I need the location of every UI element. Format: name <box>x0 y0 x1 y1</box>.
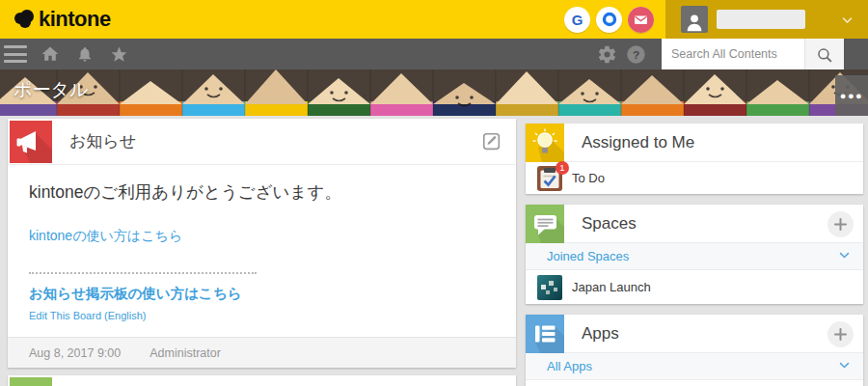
announcement-body: kintoneのご利用ありがとうございます。 kintoneの使い方はこちら お… <box>8 165 516 337</box>
joined-spaces-link[interactable]: Joined Spaces <box>547 249 629 263</box>
lightbulb-icon <box>526 124 564 162</box>
announcement-header: お知らせ <box>8 119 516 165</box>
google-service-icon[interactable]: G <box>564 7 590 33</box>
announcement-updated-at: Aug 8, 2017 9:00 <box>29 346 121 360</box>
portal-options-menu[interactable]: ●●● <box>835 75 868 116</box>
mail-glyph <box>628 7 654 33</box>
portal-content: お知らせ kintoneのご利用ありがとうございます。 kintoneの使い方は… <box>0 116 868 386</box>
spaces-section: Spaces Joined Spaces Japan Launch <box>526 205 863 304</box>
left-column: お知らせ kintoneのご利用ありがとうございます。 kintoneの使い方は… <box>8 119 516 386</box>
kintone-usage-link[interactable]: kintoneの使い方はこちら <box>29 228 182 245</box>
assigned-to-me-header: Assigned to Me <box>526 124 863 162</box>
account-menu[interactable] <box>665 0 868 39</box>
joined-spaces-chevron-down-icon[interactable] <box>837 247 852 265</box>
edit-announcement-button[interactable] <box>481 131 502 156</box>
pencil-photo-art <box>0 69 868 116</box>
user-avatar <box>681 6 708 33</box>
portal-title: ポータル <box>14 77 88 102</box>
todo-item-row[interactable]: 1 To Do <box>526 162 863 194</box>
announcement-updated-by: Administrator <box>149 346 221 360</box>
space-item-row[interactable]: Japan Launch <box>526 270 863 304</box>
assigned-to-me-section: Assigned to Me 1 To Do <box>526 124 863 194</box>
todo-label: To Do <box>572 171 605 185</box>
todo-app-icon: 1 <box>537 166 562 191</box>
ring-service-icon[interactable] <box>596 7 622 33</box>
google-g-glyph: G <box>572 12 583 28</box>
announcement-megaphone-icon <box>10 121 52 163</box>
all-apps-filter[interactable]: All Apps <box>526 353 863 380</box>
connected-services: G <box>564 7 654 33</box>
user-name-redacted <box>717 10 805 29</box>
search-input[interactable] <box>662 39 804 69</box>
mail-service-icon[interactable] <box>628 7 654 33</box>
logo-text: kintone <box>39 7 111 32</box>
all-apps-chevron-down-icon[interactable] <box>837 357 852 375</box>
apps-header: Apps <box>526 315 863 353</box>
bell-icon[interactable] <box>76 45 94 63</box>
chat-bubble-icon <box>526 205 564 243</box>
assigned-to-me-title: Assigned to Me <box>582 133 694 152</box>
spaces-header: Spaces <box>526 205 863 243</box>
toolbar-right: ? <box>597 39 868 69</box>
top-bar: kintone G <box>0 0 868 39</box>
all-apps-link[interactable]: All Apps <box>547 359 592 373</box>
toolbar-left-icons <box>41 44 128 64</box>
kintone-logo[interactable]: kintone <box>0 7 111 32</box>
kintone-logo-icon <box>13 9 36 30</box>
announcement-meta: Aug 8, 2017 9:00 Administrator <box>8 337 516 368</box>
toolbar: ? <box>0 39 868 69</box>
help-icon[interactable]: ? <box>626 44 646 65</box>
notifications-header: Notifications <box>8 375 516 386</box>
todo-badge-count: 1 <box>556 161 569 175</box>
svg-text:?: ? <box>633 47 639 61</box>
notifications-bell-icon <box>10 377 52 386</box>
japan-launch-space-icon <box>537 275 562 300</box>
announcement-panel: お知らせ kintoneのご利用ありがとうございます。 kintoneの使い方は… <box>8 119 516 368</box>
board-usage-link[interactable]: お知らせ掲示板の使い方はこちら <box>29 285 242 303</box>
edit-board-english-link[interactable]: Edit This Board (English) <box>29 310 146 321</box>
apps-title: Apps <box>582 324 619 344</box>
hamburger-menu-icon[interactable] <box>4 45 27 63</box>
search-box <box>662 39 844 69</box>
search-button[interactable] <box>804 39 844 69</box>
space-item-label: Japan Launch <box>572 280 651 294</box>
app-item-row[interactable] <box>526 380 863 386</box>
add-space-button[interactable] <box>827 211 854 237</box>
blue-ring-glyph <box>601 11 618 28</box>
home-icon[interactable] <box>41 44 60 64</box>
spaces-title: Spaces <box>582 214 637 234</box>
account-chevron-down-icon <box>840 13 854 27</box>
right-column: Assigned to Me 1 To Do Spaces <box>526 124 863 386</box>
notifications-panel: Notifications <box>8 375 516 386</box>
portal-cover-banner: ポータル ●●● <box>0 69 868 116</box>
dashed-divider <box>29 272 257 274</box>
announcement-title: お知らせ <box>69 130 136 152</box>
add-app-button[interactable] <box>827 321 854 347</box>
announcement-greeting: kintoneのご利用ありがとうございます。 <box>29 180 497 204</box>
gear-icon[interactable] <box>597 44 617 65</box>
app-list-icon <box>526 315 564 353</box>
star-icon[interactable] <box>110 45 128 64</box>
joined-spaces-filter[interactable]: Joined Spaces <box>526 243 863 270</box>
apps-section: Apps All Apps <box>526 315 863 386</box>
